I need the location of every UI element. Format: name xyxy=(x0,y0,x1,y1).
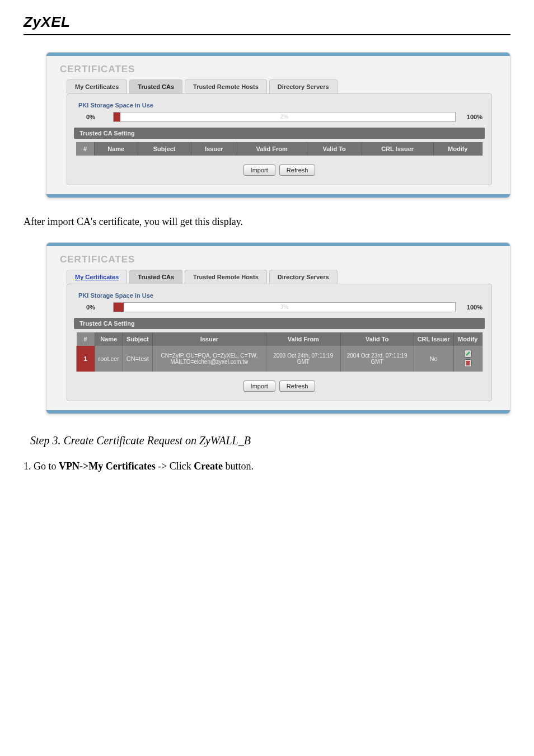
col-num: # xyxy=(76,142,95,156)
row-valid-to: 2004 Oct 23rd, 07:11:19 GMT xyxy=(340,346,414,372)
pki-storage-label: PKI Storage Space in Use xyxy=(78,292,483,299)
panel-inner: PKI Storage Space in Use 0% 2% 100% Trus… xyxy=(67,93,492,185)
col-crl-issuer: CRL Issuer xyxy=(414,332,453,346)
storage-bar-center: 3% xyxy=(114,303,455,312)
row-subject: CN=test xyxy=(123,346,152,372)
panel-inner: PKI Storage Space in Use 0% 3% 100% Trus… xyxy=(67,284,492,401)
tab-directory-servers[interactable]: Directory Servers xyxy=(269,79,338,93)
refresh-button[interactable]: Refresh xyxy=(279,381,316,392)
button-row: Import Refresh xyxy=(76,381,483,392)
col-num: # xyxy=(77,332,95,346)
row-valid-from: 2003 Oct 24th, 07:11:19 GMT xyxy=(266,346,340,372)
storage-bar-center: 2% xyxy=(114,112,455,121)
tab-directory-servers[interactable]: Directory Servers xyxy=(269,270,338,284)
row-issuer: CN=ZyIP, OU=PQA, O=ZyXEL, C=TW, MAILTO=e… xyxy=(152,346,266,372)
storage-left-pct: 0% xyxy=(76,114,113,120)
col-valid-to: Valid To xyxy=(340,332,414,346)
tab-my-certificates[interactable]: My Certificates xyxy=(67,270,127,284)
tab-strip: My Certificates Trusted CAs Trusted Remo… xyxy=(67,79,504,93)
step-prefix: 1. Go to xyxy=(24,461,59,472)
table-row: 1 root.cer CN=test CN=ZyIP, OU=PQA, O=Zy… xyxy=(77,346,483,372)
import-button[interactable]: Import xyxy=(243,381,275,392)
storage-right-pct: 100% xyxy=(456,304,483,311)
col-issuer: Issuer xyxy=(152,332,266,346)
tab-trusted-remote-hosts[interactable]: Trusted Remote Hosts xyxy=(185,79,267,93)
row-crl: No xyxy=(414,346,453,372)
pki-storage-label: PKI Storage Space in Use xyxy=(78,102,483,109)
tab-trusted-cas[interactable]: Trusted CAs xyxy=(129,270,182,284)
col-valid-to: Valid To xyxy=(307,142,362,156)
storage-left-pct: 0% xyxy=(76,304,113,311)
certificates-panel-2: CERTIFICATES My Certificates Trusted CAs… xyxy=(46,242,510,414)
step-3-heading: Step 3. Create Certificate Request on Zy… xyxy=(30,434,510,447)
paragraph-after-import: After import CA's certificate, you will … xyxy=(24,215,510,229)
step-suffix: button. xyxy=(223,461,254,472)
storage-right-pct: 100% xyxy=(456,114,483,120)
row-name: root.cer xyxy=(95,346,123,372)
trusted-ca-table: # Name Subject Issuer Valid From Valid T… xyxy=(76,332,483,372)
col-subject: Subject xyxy=(138,142,191,156)
import-button[interactable]: Import xyxy=(243,165,275,176)
trusted-ca-banner: Trusted CA Setting xyxy=(74,128,485,139)
refresh-button[interactable]: Refresh xyxy=(279,165,316,176)
panel-title: CERTIFICATES xyxy=(60,64,504,75)
button-row: Import Refresh xyxy=(76,165,483,176)
col-issuer: Issuer xyxy=(191,142,237,156)
panel-title: CERTIFICATES xyxy=(60,254,504,265)
brand-logo: ZyXEL xyxy=(24,11,510,34)
trusted-ca-table: # Name Subject Issuer Valid From Valid T… xyxy=(76,142,483,156)
col-name: Name xyxy=(95,332,123,346)
col-valid-from: Valid From xyxy=(266,332,340,346)
tab-trusted-cas[interactable]: Trusted CAs xyxy=(129,79,182,93)
storage-bar-row: 0% 3% 100% xyxy=(76,302,483,312)
col-modify: Modify xyxy=(453,332,482,346)
col-modify: Modify xyxy=(433,142,482,156)
col-name: Name xyxy=(95,142,138,156)
storage-bar-row: 0% 2% 100% xyxy=(76,112,483,122)
delete-icon[interactable] xyxy=(463,359,472,368)
brand-divider xyxy=(24,34,510,35)
col-crl-issuer: CRL Issuer xyxy=(362,142,433,156)
trusted-ca-banner: Trusted CA Setting xyxy=(74,318,485,329)
step-mid: -> Click xyxy=(156,461,194,472)
tab-strip: My Certificates Trusted CAs Trusted Remo… xyxy=(67,270,504,284)
col-subject: Subject xyxy=(123,332,152,346)
col-valid-from: Valid From xyxy=(237,142,307,156)
storage-bar: 3% xyxy=(113,302,456,312)
storage-bar: 2% xyxy=(113,112,456,122)
svg-rect-2 xyxy=(466,362,470,365)
tab-trusted-remote-hosts[interactable]: Trusted Remote Hosts xyxy=(185,270,267,284)
svg-rect-3 xyxy=(466,361,470,362)
row-num: 1 xyxy=(77,346,95,372)
certificates-panel-1: CERTIFICATES My Certificates Trusted CAs… xyxy=(46,52,510,198)
step-bold-1: VPN->My Certificates xyxy=(59,461,156,472)
row-modify xyxy=(453,346,482,372)
edit-icon[interactable] xyxy=(463,349,472,358)
tab-my-certificates[interactable]: My Certificates xyxy=(67,79,127,93)
step-3-line-1: 1. Go to VPN->My Certificates -> Click C… xyxy=(24,459,510,473)
step-bold-2: Create xyxy=(194,461,223,472)
